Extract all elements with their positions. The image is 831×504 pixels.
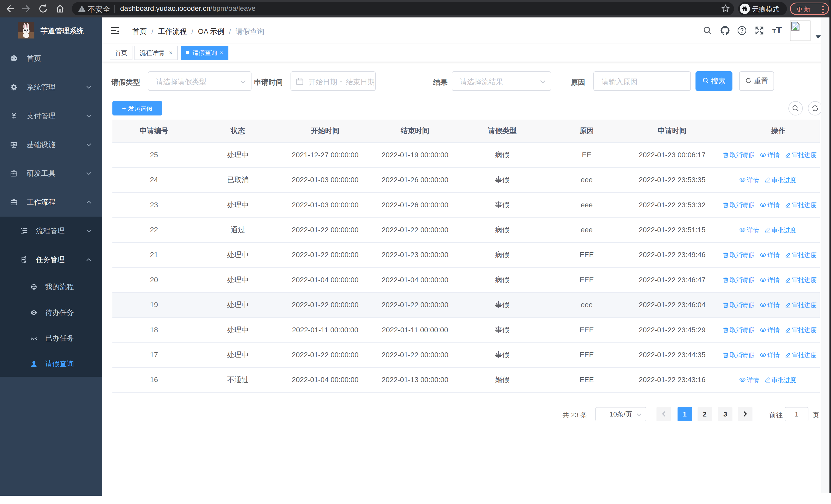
svg-text:T: T <box>776 26 782 35</box>
svg-text:T: T <box>772 28 776 35</box>
